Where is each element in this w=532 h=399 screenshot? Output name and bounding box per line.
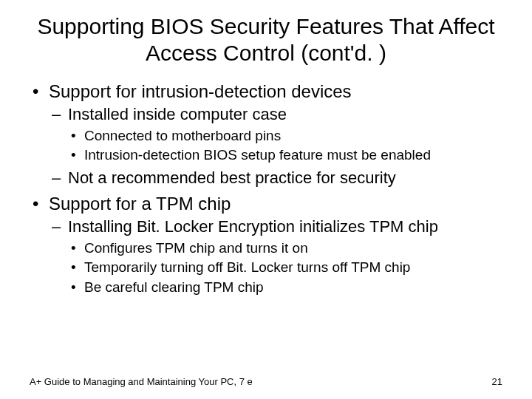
bullet-text: Temporarily turning off Bit. Locker turn… — [84, 259, 410, 275]
slide-title: Supporting BIOS Security Features That A… — [30, 13, 502, 66]
bullet-lvl1: Support for a TPM chip Installing Bit. L… — [30, 192, 502, 297]
bullet-text: Support for a TPM chip — [49, 194, 231, 214]
bullet-lvl2: Installing Bit. Locker Encryption initia… — [49, 216, 502, 297]
bullet-list-lvl3: Configures TPM chip and turns it on Temp… — [68, 239, 502, 297]
bullet-list-lvl2: Installed inside computer case Connected… — [49, 104, 502, 189]
bullet-lvl3: Temporarily turning off Bit. Locker turn… — [68, 259, 502, 277]
bullet-lvl2: Not a recommended best practice for secu… — [49, 168, 502, 189]
bullet-text: Be careful clearing TPM chip — [84, 279, 264, 295]
bullet-lvl2: Installed inside computer case Connected… — [49, 104, 502, 165]
bullet-text: Installed inside computer case — [68, 105, 287, 123]
bullet-lvl3: Configures TPM chip and turns it on — [68, 239, 502, 258]
bullet-list-lvl3: Connected to motherboard pins Intrusion-… — [68, 127, 502, 165]
bullet-list: Support for intrusion-detection devices … — [30, 80, 502, 297]
footer-page-number: 21 — [492, 376, 502, 387]
bullet-text: Not a recommended best practice for secu… — [68, 168, 396, 187]
bullet-lvl3: Be careful clearing TPM chip — [68, 279, 502, 297]
bullet-text: Configures TPM chip and turns it on — [84, 240, 308, 256]
bullet-list-lvl2: Installing Bit. Locker Encryption initia… — [49, 216, 502, 297]
bullet-text: Connected to motherboard pins — [84, 128, 281, 143]
footer-left: A+ Guide to Managing and Maintaining You… — [30, 376, 253, 387]
bullet-text: Installing Bit. Locker Encryption initia… — [68, 217, 438, 236]
bullet-lvl3: Intrusion-detection BIOS setup feature m… — [68, 146, 502, 165]
slide: Supporting BIOS Security Features That A… — [0, 0, 532, 399]
bullet-text: Support for intrusion-detection devices — [49, 81, 352, 101]
slide-footer: A+ Guide to Managing and Maintaining You… — [30, 376, 502, 387]
bullet-lvl1: Support for intrusion-detection devices … — [30, 80, 502, 189]
bullet-lvl3: Connected to motherboard pins — [68, 127, 502, 146]
bullet-text: Intrusion-detection BIOS setup feature m… — [84, 147, 431, 163]
